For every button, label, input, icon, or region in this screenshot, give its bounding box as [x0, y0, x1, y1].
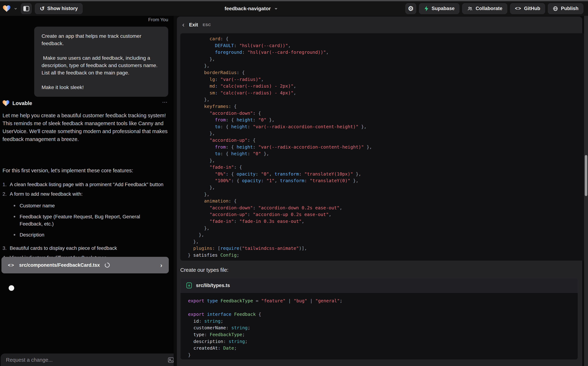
assistant-intro: Let me help you create a beautiful custo…: [2, 112, 171, 143]
code-line: [188, 304, 578, 311]
typing-indicator-dot: [9, 285, 14, 291]
spinner-icon: [105, 262, 110, 268]
back-chevron-icon[interactable]: ‹: [182, 22, 185, 28]
types-file-name: src/lib/types.ts: [196, 283, 230, 288]
project-switcher[interactable]: feedback-navigator: [224, 1, 278, 16]
gear-icon: ⚙: [408, 5, 414, 12]
code-line: } satisfies Config;: [188, 252, 585, 259]
types-file-header[interactable]: src/lib/types.ts: [180, 278, 578, 293]
code-line: },: [188, 56, 585, 63]
request-change-input[interactable]: Request a change...: [1, 354, 179, 366]
types-file-card: src/lib/types.ts export type FeedbackTyp…: [180, 278, 578, 360]
input-placeholder: Request a change...: [6, 357, 53, 363]
code-line: },: [188, 157, 585, 164]
feature-number: 2.: [2, 191, 10, 242]
code-line: plugins: [require("tailwindcss-animate")…: [188, 245, 585, 252]
feature-text: A form to add new feedback with:Customer…: [10, 191, 171, 242]
from-you-label: From You: [148, 17, 168, 23]
bullet-dot-icon: [14, 205, 15, 206]
feature-number: 3.: [2, 244, 10, 252]
feature-subitem: Description: [14, 231, 161, 238]
code-line: "fade-in": "fade-in 0.3s ease-out",: [188, 218, 585, 225]
show-history-button[interactable]: ↺ Show history: [35, 3, 83, 14]
code-line: "accordion-up": "accordion-up 0.2s ease-…: [188, 211, 585, 218]
code-line: to: { height: "var(--radix-accordion-con…: [188, 123, 585, 130]
code-viewer-card: ‹ Exit esc card: { DEFAULT: "hsl(var(--c…: [177, 16, 582, 366]
code-line: },: [188, 62, 585, 69]
code-line: },: [188, 191, 585, 198]
code-line: },: [188, 130, 585, 137]
code-line: "0%": { opacity: "0", transform: "transl…: [188, 171, 585, 177]
attach-image-icon[interactable]: [168, 357, 174, 363]
code-line: export type FeedbackType = "feature" | "…: [188, 297, 578, 304]
code-line: "accordion-down": {: [188, 110, 585, 117]
code-brackets-icon: <>: [515, 6, 521, 11]
feature-subitem: Feedback type (Feature Request, Bug Repo…: [14, 213, 161, 228]
file-icon: [186, 282, 192, 289]
assistant-name: Lovable: [12, 100, 32, 106]
code-line: borderRadius: {: [188, 69, 585, 76]
supabase-button[interactable]: Supabase: [419, 3, 460, 14]
publish-button[interactable]: Publish: [548, 3, 583, 14]
supabase-label: Supabase: [432, 6, 455, 11]
user-message-paragraph: Make sure users can add feedback, includ…: [42, 54, 161, 76]
code-line: customerName: string;: [188, 324, 578, 331]
code-line: keyframes: {: [188, 103, 585, 110]
code-line: }: [188, 352, 578, 358]
code-line: md: "calc(var(--radius) - 2px)",: [188, 83, 585, 90]
lovable-logo[interactable]: [3, 5, 10, 12]
user-message-paragraph: Create an app that helps me track custom…: [42, 32, 161, 47]
lovable-heart-icon: [2, 100, 9, 107]
collaborate-button[interactable]: Collaborate: [462, 3, 507, 14]
code-line: animation: {: [188, 198, 585, 205]
project-chevron-down-icon: [274, 7, 278, 11]
file-chip-feedbackcard[interactable]: <> src/components/FeedbackCard.tsx ›: [1, 257, 169, 273]
code-brackets-icon: <>: [8, 262, 14, 268]
show-history-label: Show history: [47, 6, 78, 11]
code-line: "accordion-up": {: [188, 137, 585, 144]
chevron-right-icon: ›: [160, 262, 162, 269]
collaborate-label: Collaborate: [476, 6, 502, 11]
scrollbar-thumb[interactable]: [585, 155, 587, 196]
feature-number: 1.: [2, 181, 10, 188]
settings-button[interactable]: ⚙: [405, 3, 416, 14]
code-line: from: { height: "0" },: [188, 116, 585, 123]
globe-icon: [553, 6, 558, 11]
code-line: },: [188, 225, 585, 232]
assistant-header: Lovable: [2, 100, 32, 107]
types-code: export type FeedbackType = "feature" | "…: [180, 293, 578, 360]
project-name: feedback-navigator: [224, 6, 271, 12]
sidebar-panel-icon: [23, 6, 29, 11]
code-line: },: [188, 96, 585, 103]
supabase-bolt-icon: [424, 6, 429, 12]
history-icon: ↺: [40, 6, 45, 12]
sidebar-toggle-button[interactable]: [21, 3, 32, 14]
code-line: },: [188, 184, 585, 191]
feature-text: A clean feedback listing page with a pro…: [10, 181, 171, 188]
message-menu-button[interactable]: ⋯: [162, 99, 168, 105]
code-line: "accordion-down": "accordion-down 0.2s e…: [188, 205, 585, 211]
feature-subtext: Customer name: [20, 202, 55, 209]
code-line: from: { height: "var(--radix-accordion-c…: [188, 144, 585, 151]
user-message: Create an app that helps me track custom…: [34, 27, 168, 97]
exit-button[interactable]: Exit: [189, 22, 198, 28]
file-chip-path: src/components/FeedbackCard.tsx: [19, 262, 100, 268]
logo-chevron-down-icon[interactable]: [14, 7, 18, 11]
esc-key-hint: esc: [203, 23, 211, 27]
user-message-paragraph: Make it look sleek!: [42, 84, 161, 91]
github-button[interactable]: <> GitHub: [510, 3, 545, 14]
code-line: to: { height: "0" },: [188, 150, 585, 157]
github-label: GitHub: [524, 6, 540, 11]
feature-item: 2.A form to add new feedback with:Custom…: [2, 191, 171, 242]
window-top-strip: [0, 0, 588, 1]
code-line: type: FeedbackType;: [188, 331, 578, 338]
feature-sublist: Customer nameFeedback type (Feature Requ…: [14, 202, 171, 238]
code-line: DEFAULT: "hsl(var(--card))",: [188, 42, 585, 49]
bullet-dot-icon: [14, 234, 15, 236]
feature-subtext: Feedback type (Feature Request, Bug Repo…: [20, 213, 161, 228]
code-line: createdAt: Date;: [188, 345, 578, 352]
code-line: },: [188, 231, 585, 238]
people-icon: [467, 6, 473, 11]
code-line: lg: "var(--radius)",: [188, 76, 585, 83]
feature-item: 3.Beautiful cards to display each piece …: [2, 244, 171, 252]
